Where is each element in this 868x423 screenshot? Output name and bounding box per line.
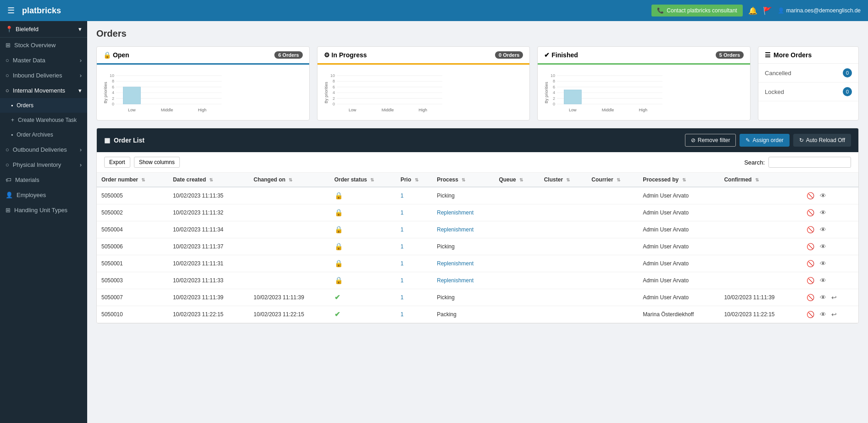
sidebar-item-master-data[interactable]: ○ Master Data › — [0, 53, 87, 68]
sidebar-item-orders[interactable]: ▪ Orders — [0, 98, 87, 113]
sidebar-item-outbound-deliveries[interactable]: ○ Outbound Deliveries › — [0, 142, 87, 157]
cell-processed-by: Admin User Arvato — [638, 187, 719, 204]
sidebar-location[interactable]: 📍 Bielefeld ▾ — [0, 21, 87, 38]
cell-processed-by: Admin User Arvato — [638, 272, 719, 289]
table-icon: ▦ — [104, 137, 110, 144]
row-view-button[interactable]: 👁 — [818, 310, 828, 319]
sidebar-item-internal-movements[interactable]: ○ Internal Movements ▾ — [0, 83, 87, 98]
prio-link[interactable]: 1 — [401, 226, 404, 233]
cell-date-created: 10/02/2023 11:22:15 — [168, 306, 249, 323]
row-undo-button[interactable]: ↩ — [829, 310, 839, 319]
sidebar-item-materials[interactable]: 🏷 Materials — [0, 172, 87, 187]
box-icon: ⊞ — [6, 207, 11, 214]
remove-filter-button[interactable]: ⊘ Remove filter — [685, 134, 736, 147]
svg-text:Middle: Middle — [381, 108, 394, 112]
auto-reload-button[interactable]: ↻ Auto Reload Off — [793, 134, 851, 147]
row-view-button[interactable]: 👁 — [818, 276, 828, 285]
row-hide-button[interactable]: 🚫 — [805, 293, 816, 302]
notification-bell-button[interactable]: 🔔 — [748, 6, 757, 15]
table-row: 5050003 10/02/2023 11:11:33 🔒 1 Replenis… — [97, 272, 858, 289]
main-layout: 📍 Bielefeld ▾ ⊞ Stock Overview ○ Master … — [0, 21, 868, 423]
show-columns-button[interactable]: Show columns — [134, 157, 180, 168]
sidebar-item-physical-inventory[interactable]: ○ Physical Inventory › — [0, 157, 87, 172]
row-hide-button[interactable]: 🚫 — [805, 225, 816, 234]
cell-processed-by: Admin User Arvato — [638, 289, 719, 306]
sidebar-item-inbound-deliveries[interactable]: ○ Inbound Deliveries › — [0, 68, 87, 83]
row-view-button[interactable]: 👁 — [818, 208, 828, 217]
flag-button[interactable]: 🚩 — [763, 6, 772, 15]
search-input[interactable] — [768, 157, 851, 168]
hamburger-menu[interactable]: ☰ — [7, 5, 15, 16]
sidebar-label-orders: Orders — [17, 102, 33, 109]
cell-prio: 1 — [396, 255, 432, 272]
row-undo-button[interactable]: ↩ — [829, 293, 839, 302]
row-view-button[interactable]: 👁 — [818, 191, 828, 200]
row-hide-button[interactable]: 🚫 — [805, 191, 816, 200]
user-menu-button[interactable]: 👤 marina.oes@demoenglisch.de — [778, 7, 861, 14]
cell-courrier — [587, 238, 638, 255]
row-hide-button[interactable]: 🚫 — [805, 242, 816, 251]
row-view-button[interactable]: 👁 — [818, 225, 828, 234]
cell-changed-on — [249, 238, 330, 255]
sidebar-item-order-archives[interactable]: ▪ Order Archives — [0, 127, 87, 142]
circle-icon-inbound: ○ — [6, 72, 9, 79]
orders-table: Order number ⇅ Date created ⇅ Changed on… — [97, 173, 858, 323]
row-view-button[interactable]: 👁 — [818, 259, 828, 268]
person-icon: 👤 — [6, 192, 13, 198]
svg-text:8: 8 — [112, 79, 114, 83]
cell-date-created: 10/02/2023 11:11:39 — [168, 289, 249, 306]
prio-link[interactable]: 1 — [401, 277, 404, 284]
prio-link[interactable]: 1 — [401, 243, 404, 250]
contact-consultant-button[interactable]: 📞 Contact platbricks consultant — [651, 5, 742, 16]
cell-process: Picking — [432, 238, 494, 255]
cell-order-number: 5050007 — [97, 289, 168, 306]
topbar-left: ☰ platbricks — [7, 5, 61, 16]
prio-link[interactable]: 1 — [401, 294, 404, 301]
cell-changed-on — [249, 204, 330, 221]
assign-order-button[interactable]: ✎ Assign order — [740, 134, 789, 147]
cell-changed-on: 10/02/2023 11:22:15 — [249, 306, 330, 323]
cell-courrier — [587, 306, 638, 323]
card-inprogress-badge: 0 Orders — [495, 51, 523, 59]
row-hide-button[interactable]: 🚫 — [805, 208, 816, 217]
row-view-button[interactable]: 👁 — [818, 293, 828, 302]
cell-cluster — [540, 187, 587, 204]
more-item-locked[interactable]: Locked 0 — [758, 82, 858, 101]
sidebar-item-handling-unit-types[interactable]: ⊞ Handling Unit Types — [0, 203, 87, 218]
cell-order-number: 5050005 — [97, 187, 168, 204]
cell-confirmed — [719, 272, 800, 289]
prio-link[interactable]: 1 — [401, 260, 404, 267]
sidebar-item-stock-overview[interactable]: ⊞ Stock Overview — [0, 38, 87, 53]
row-hide-button[interactable]: 🚫 — [805, 310, 816, 319]
cards-row: 🔒 Open 6 Orders 0246810By prioritiesLowM… — [96, 46, 859, 121]
sidebar-item-create-warehouse-task[interactable]: + Create Warehouse Task — [0, 113, 87, 127]
cell-date-created: 10/02/2023 11:11:37 — [168, 238, 249, 255]
cell-date-created: 10/02/2023 11:11:32 — [168, 204, 249, 221]
cell-confirmed — [719, 187, 800, 204]
export-button[interactable]: Export — [104, 157, 130, 168]
col-courrier: Courrier ⇅ — [587, 173, 638, 187]
svg-text:6: 6 — [333, 85, 335, 89]
prio-link[interactable]: 1 — [401, 192, 404, 199]
cell-changed-on — [249, 255, 330, 272]
cell-courrier — [587, 187, 638, 204]
cancelled-label: Cancelled — [765, 70, 791, 77]
lock-status-icon: 🔒 — [334, 209, 343, 216]
cell-order-status: 🔒 — [330, 221, 396, 238]
sidebar-label-order-archives: Order Archives — [17, 132, 53, 138]
row-view-button[interactable]: 👁 — [818, 242, 828, 251]
search-area: Search: — [744, 157, 851, 168]
col-process: Process ⇅ — [432, 173, 494, 187]
row-hide-button[interactable]: 🚫 — [805, 259, 816, 268]
row-hide-button[interactable]: 🚫 — [805, 276, 816, 285]
lock-status-icon: 🔒 — [334, 192, 343, 199]
more-item-cancelled[interactable]: Cancelled 0 — [758, 64, 858, 82]
cell-order-status: ✔ — [330, 306, 396, 323]
prio-link[interactable]: 1 — [401, 209, 404, 216]
order-list-toolbar: Export Show columns Search: — [97, 152, 858, 173]
cell-order-number: 5050003 — [97, 272, 168, 289]
prio-link[interactable]: 1 — [401, 311, 404, 318]
chevron-right-icon: › — [80, 57, 82, 64]
sidebar-item-employees[interactable]: 👤 Employees — [0, 187, 87, 203]
svg-text:8: 8 — [553, 79, 555, 83]
